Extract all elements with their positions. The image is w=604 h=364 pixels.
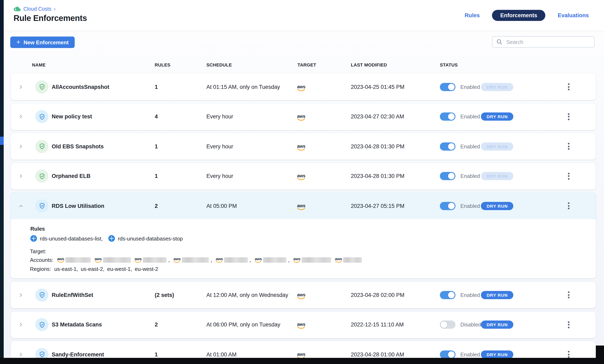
target-cell: aws [297,142,305,151]
aws-smile-arrow [335,261,342,263]
redacted-account-name [343,257,362,263]
target-cell: aws [297,82,305,91]
enforcement-name: AllAccountsSnapshot [52,84,109,90]
search-input[interactable] [505,38,590,45]
search-box[interactable] [492,36,595,48]
rule-chip[interactable]: rds-unused-databases-stop [108,235,183,242]
regions-row: Regions:us-east-1, us-east-2, eu-west-1,… [30,266,158,272]
expand-row-button[interactable] [18,292,24,298]
aws-logo: aws [216,257,223,263]
accounts-label: Accounts: [30,257,53,263]
aws-smile-arrow [135,261,141,263]
expand-row-button[interactable] [18,351,24,357]
breadcrumb-link-cloud-costs[interactable]: Cloud Costs [23,6,51,12]
last-modified-text: 2023-04-27 02:30 AM [351,113,404,120]
comma: , [250,257,251,263]
toggle-knob [448,172,455,180]
rule-chip[interactable]: rds-unused-databases-list, [30,235,102,242]
expand-row-button[interactable] [18,143,24,149]
dry-run-badge: DRY RUN [481,83,514,91]
schedule-text: At 06:00 PM, only on Tuesday [206,322,280,328]
status-toggle[interactable] [440,83,455,91]
enforcement-shield-icon [35,140,49,153]
row-menu-button[interactable] [566,289,572,301]
sidebar-active-indicator [0,137,4,145]
aws-logo: aws [57,257,64,263]
status-toggle[interactable] [440,113,455,121]
row-menu-button[interactable] [566,81,572,93]
enforcement-shield-icon [35,169,49,183]
status-toggle-cell [440,350,455,358]
page-title: Rule Enforcements [13,13,87,23]
status-label: Enabled [460,203,480,209]
expand-row-button[interactable] [18,114,24,119]
row-menu-button[interactable] [566,140,572,152]
enforcement-row[interactable]: New policy test4Every houraws2023-04-27 … [11,103,596,130]
aws-smile-arrow [255,261,262,263]
aws-smile-arrow [174,261,180,263]
enforcement-row-summary[interactable]: RuleEnfWithSet(2 sets)At 12:00 AM, only … [11,281,596,308]
status-toggle[interactable] [440,321,455,329]
enforcement-row-summary[interactable]: AllAccountsSnapshot1At 01:15 AM, only on… [11,74,596,100]
row-menu-button[interactable] [566,318,572,331]
expand-row-button[interactable] [18,173,24,179]
status-toggle-cell [440,142,455,151]
enforcement-row-summary[interactable]: Orphaned ELB1Every houraws2023-04-28 01:… [11,163,596,189]
collapse-row-button[interactable] [18,203,24,209]
enforcement-row[interactable]: Old EBS Snapshots1Every houraws2023-04-2… [11,133,596,160]
aws-logo: aws [297,174,305,181]
status-toggle-cell [440,321,455,329]
row-menu-button[interactable] [566,110,572,123]
expand-row-button[interactable] [18,84,24,90]
target-cell: aws [297,172,305,181]
enforcement-row[interactable]: AllAccountsSnapshot1At 01:15 AM, only on… [11,74,596,100]
comma: , [211,257,212,263]
redacted-account: aws [335,257,362,263]
enforcement-shield-icon [35,318,49,331]
tab-evaluations[interactable]: Evaluations [558,12,589,18]
tab-rules[interactable]: Rules [465,12,480,18]
aws-smile-arrow [297,207,305,210]
row-menu-button[interactable] [566,170,572,182]
redacted-account-name [182,257,209,263]
redacted-account-name [302,257,331,263]
status-toggle[interactable] [440,142,455,151]
aws-logo-word: aws [297,144,305,148]
aws-logo-word: aws [297,114,305,119]
rule-icon [30,235,37,242]
plus-icon: + [16,39,20,45]
enforcement-row[interactable]: Orphaned ELB1Every houraws2023-04-28 01:… [11,163,596,189]
status-toggle[interactable] [440,202,455,210]
tab-enforcements[interactable]: Enforcements [492,10,545,21]
expand-row-button[interactable] [18,322,24,327]
redacted-account: aws [293,257,331,263]
aws-logo: aws [174,257,181,263]
schedule-text: At 05:00 PM [206,203,237,209]
enforcement-row[interactable]: RDS Low Utilisation2At 05:00 PMaws2023-0… [11,192,596,278]
column-header-rules: RULES [155,62,171,67]
schedule-text: Every hour [206,143,233,149]
enforcement-row[interactable]: RuleEnfWithSet(2 sets)At 12:00 AM, only … [11,281,596,308]
breadcrumb-chevron-icon: › [54,6,56,12]
status-label: Enabled [460,351,480,357]
status-label: Enabled [460,143,480,149]
toggle-knob [448,202,455,210]
schedule-text: Every hour [206,173,233,179]
aws-logo-word: aws [297,84,305,89]
status-toggle[interactable] [440,172,455,180]
toggle-knob [440,321,448,328]
redacted-account-name [224,257,248,263]
enforcement-row-summary[interactable]: RDS Low Utilisation2At 05:00 PMaws2023-0… [11,192,596,219]
aws-logo: aws [293,257,301,263]
row-menu-button[interactable] [566,200,572,212]
enforcement-row-summary[interactable]: S3 Metadata Scans2At 06:00 PM, only on T… [11,311,596,338]
status-toggle[interactable] [440,291,455,299]
new-enforcement-button[interactable]: + New Enforcement [10,37,75,48]
last-modified-text: 2023-04-28 01:00 AM [351,351,404,357]
status-toggle[interactable] [440,350,455,358]
schedule-text: Every hour [206,113,233,120]
enforcement-row-summary[interactable]: New policy test4Every houraws2023-04-27 … [11,103,596,130]
enforcement-row[interactable]: S3 Metadata Scans2At 06:00 PM, only on T… [11,311,596,338]
cloud-costs-icon: $ [13,6,21,12]
enforcement-row-summary[interactable]: Old EBS Snapshots1Every houraws2023-04-2… [11,133,596,160]
